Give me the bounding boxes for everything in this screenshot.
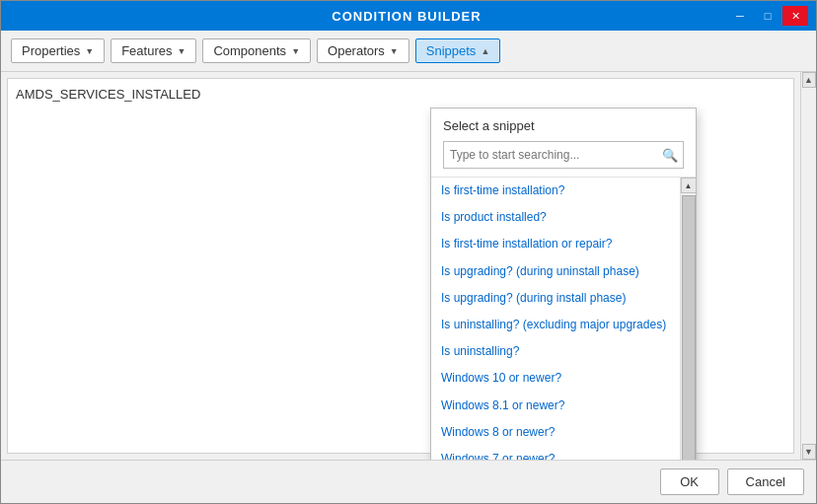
list-item[interactable]: Windows 7 or newer? <box>431 446 680 460</box>
snippet-search-input[interactable] <box>444 144 657 166</box>
snippet-search-box: 🔍 <box>443 141 684 169</box>
features-dropdown-arrow: ▼ <box>177 46 186 56</box>
snippet-scrollbar: ▲ ▼ <box>680 178 696 460</box>
list-item[interactable]: Is upgrading? (during uninstall phase) <box>431 258 680 285</box>
list-item[interactable]: Windows 10 or newer? <box>431 365 680 392</box>
features-button[interactable]: Features ▼ <box>111 38 196 63</box>
ok-button[interactable]: OK <box>660 468 719 495</box>
properties-dropdown-arrow: ▼ <box>85 46 94 56</box>
operators-dropdown-arrow: ▼ <box>390 46 399 56</box>
main-scrollbar: ▲ ▼ <box>800 72 816 460</box>
toolbar: Properties ▼ Features ▼ Components ▼ Ope… <box>1 31 816 72</box>
window-title: CONDITION BUILDER <box>86 9 727 24</box>
list-item[interactable]: Is first-time installation or repair? <box>431 231 680 257</box>
scroll-up-arrow[interactable]: ▲ <box>802 72 816 88</box>
snippets-dropdown-arrow: ▲ <box>481 46 489 56</box>
bottom-bar: OK Cancel <box>1 460 816 503</box>
snippet-panel: Select a snippet 🔍 Is first-time install… <box>430 108 697 460</box>
components-dropdown-arrow: ▼ <box>291 46 300 56</box>
snippet-scroll-up[interactable]: ▲ <box>681 178 697 193</box>
editor-content: AMDS_SERVICES_INSTALLED <box>16 87 200 102</box>
maximize-button[interactable]: □ <box>755 6 780 26</box>
scroll-down-arrow[interactable]: ▼ <box>802 444 816 460</box>
list-item[interactable]: Is product installed? <box>431 204 680 231</box>
list-item[interactable]: Is first-time installation? <box>431 178 680 204</box>
list-item[interactable]: Is upgrading? (during install phase) <box>431 285 680 312</box>
snippets-button[interactable]: Snippets ▲ <box>415 38 501 63</box>
properties-button[interactable]: Properties ▼ <box>11 38 105 63</box>
window-controls: ─ □ ✕ <box>727 6 808 26</box>
main-area: AMDS_SERVICES_INSTALLED ▲ ▼ Select a sni… <box>1 72 816 460</box>
snippet-list: Is first-time installation?Is product in… <box>431 178 680 460</box>
close-button[interactable]: ✕ <box>782 6 808 26</box>
title-bar: CONDITION BUILDER ─ □ ✕ <box>1 1 816 31</box>
snippet-panel-header: Select a snippet <box>431 108 696 141</box>
snippet-list-container: Is first-time installation?Is product in… <box>431 177 696 460</box>
minimize-button[interactable]: ─ <box>727 6 753 26</box>
list-item[interactable]: Windows 8 or newer? <box>431 419 680 446</box>
operators-button[interactable]: Operators ▼ <box>317 38 409 63</box>
snippet-scroll-thumb[interactable] <box>682 195 696 460</box>
list-item[interactable]: Is uninstalling? (excluding major upgrad… <box>431 312 680 338</box>
components-button[interactable]: Components ▼ <box>202 38 311 63</box>
cancel-button[interactable]: Cancel <box>727 468 804 495</box>
search-icon[interactable]: 🔍 <box>657 142 683 168</box>
list-item[interactable]: Is uninstalling? <box>431 338 680 365</box>
list-item[interactable]: Windows 8.1 or newer? <box>431 393 680 419</box>
condition-builder-window: CONDITION BUILDER ─ □ ✕ Properties ▼ Fea… <box>0 0 817 504</box>
